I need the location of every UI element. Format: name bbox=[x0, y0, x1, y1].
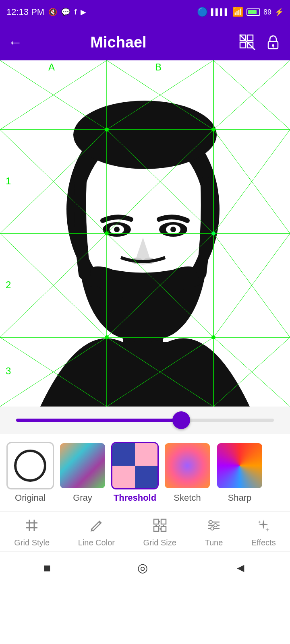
nav-bar: ■ ◎ ◄ bbox=[0, 551, 290, 584]
effects-icon bbox=[256, 518, 271, 536]
header-icons bbox=[238, 33, 282, 51]
status-bar: 12:13 PM 🔇 💬 f ▶ 🔵 ▌▌▌▌ 📶 89 ⚡ bbox=[0, 0, 290, 24]
svg-point-72 bbox=[159, 525, 160, 526]
toolbar-effects[interactable]: Effects bbox=[251, 518, 276, 547]
lock-button[interactable] bbox=[264, 33, 282, 51]
slider-fill bbox=[16, 419, 181, 422]
nav-back-button[interactable]: ◄ bbox=[235, 561, 247, 575]
grid-style-label: Grid Style bbox=[14, 538, 50, 547]
threshold-slider[interactable] bbox=[16, 419, 274, 422]
original-circle-icon bbox=[14, 450, 46, 482]
filter-sharp[interactable]: Sharp bbox=[216, 442, 263, 503]
pencil-icon bbox=[89, 518, 104, 536]
gray-thumb-visual bbox=[60, 443, 105, 488]
svg-point-79 bbox=[214, 524, 217, 527]
status-time: 12:13 PM bbox=[6, 7, 44, 17]
filter-gray-thumb bbox=[59, 442, 106, 489]
filter-gray[interactable]: Gray bbox=[59, 442, 106, 503]
line-color-label: Line Color bbox=[78, 538, 115, 547]
filter-sketch-thumb bbox=[164, 442, 211, 489]
toolbar-line-color[interactable]: Line Color bbox=[78, 518, 115, 547]
filter-row: Original Gray Threshold Sketch bbox=[6, 442, 284, 507]
filter-section: Original Gray Threshold Sketch bbox=[0, 434, 290, 511]
youtube-icon: ▶ bbox=[81, 8, 86, 17]
filter-sharp-thumb bbox=[216, 442, 263, 489]
grid-slash-icon bbox=[238, 33, 256, 51]
sketch-thumb-visual bbox=[165, 443, 210, 488]
svg-point-70 bbox=[159, 521, 160, 522]
grid-style-icon bbox=[25, 518, 39, 536]
svg-rect-69 bbox=[161, 526, 166, 531]
filter-threshold-label: Threshold bbox=[114, 493, 156, 503]
filter-original-label: Original bbox=[15, 493, 46, 503]
filter-original[interactable]: Original bbox=[6, 442, 54, 503]
toolbar-grid-style[interactable]: Grid Style bbox=[14, 518, 50, 547]
tune-label: Tune bbox=[205, 538, 223, 547]
effects-label: Effects bbox=[251, 538, 276, 547]
canvas-area: A B 1 2 3 bbox=[0, 60, 290, 407]
filter-original-thumb bbox=[6, 442, 54, 489]
battery-percent: 89 bbox=[263, 8, 271, 17]
svg-rect-2 bbox=[240, 42, 246, 48]
toolbar-tune[interactable]: Tune bbox=[205, 518, 223, 547]
grid-size-icon bbox=[153, 518, 167, 536]
svg-rect-1 bbox=[247, 35, 253, 41]
wifi-icon: 📶 bbox=[232, 7, 243, 17]
slider-thumb[interactable] bbox=[172, 411, 190, 429]
filter-threshold[interactable]: Threshold bbox=[111, 442, 159, 503]
svg-point-12 bbox=[73, 101, 217, 169]
svg-point-18 bbox=[170, 227, 176, 232]
filter-sketch-label: Sketch bbox=[174, 493, 201, 503]
charging-icon: ⚡ bbox=[275, 8, 284, 17]
filter-gray-label: Gray bbox=[73, 493, 92, 503]
sharp-thumb-visual bbox=[217, 443, 262, 488]
filter-sketch[interactable]: Sketch bbox=[164, 442, 211, 503]
grid-toggle-button[interactable] bbox=[238, 33, 256, 51]
svg-point-78 bbox=[209, 520, 212, 524]
hashtag-icon bbox=[25, 518, 39, 533]
grid-size-label: Grid Size bbox=[143, 538, 176, 547]
svg-rect-67 bbox=[161, 519, 166, 524]
svg-point-80 bbox=[211, 527, 214, 530]
status-right: 🔵 ▌▌▌▌ 📶 89 ⚡ bbox=[197, 7, 284, 17]
back-button[interactable]: ← bbox=[8, 34, 23, 51]
filter-threshold-thumb bbox=[111, 442, 159, 489]
lock-icon bbox=[264, 33, 282, 51]
svg-point-73 bbox=[163, 525, 164, 526]
facebook-icon: f bbox=[74, 8, 77, 17]
page-title: Michael bbox=[31, 34, 206, 51]
filter-sharp-label: Sharp bbox=[228, 493, 252, 503]
tune-icon bbox=[207, 518, 221, 536]
svg-point-71 bbox=[155, 525, 157, 526]
svg-point-74 bbox=[160, 528, 161, 530]
toolbar: Grid Style Line Color bbox=[0, 511, 290, 551]
slider-area bbox=[0, 407, 290, 434]
mute-icon: 🔇 bbox=[48, 8, 57, 17]
message-icon: 💬 bbox=[61, 8, 70, 17]
portrait-image bbox=[0, 60, 290, 407]
header: ← Michael bbox=[0, 24, 290, 60]
battery-icon bbox=[246, 8, 260, 16]
status-left: 12:13 PM 🔇 💬 f ▶ bbox=[6, 7, 86, 17]
svg-point-15 bbox=[114, 227, 120, 232]
svg-rect-66 bbox=[154, 519, 159, 524]
nav-home-button[interactable]: ◎ bbox=[137, 561, 148, 575]
toolbar-grid-size[interactable]: Grid Size bbox=[143, 518, 176, 547]
svg-rect-68 bbox=[154, 526, 159, 531]
bluetooth-icon: 🔵 bbox=[197, 7, 208, 17]
signal-icon: ▌▌▌▌ bbox=[211, 8, 229, 16]
nav-stop-button[interactable]: ■ bbox=[44, 561, 51, 575]
